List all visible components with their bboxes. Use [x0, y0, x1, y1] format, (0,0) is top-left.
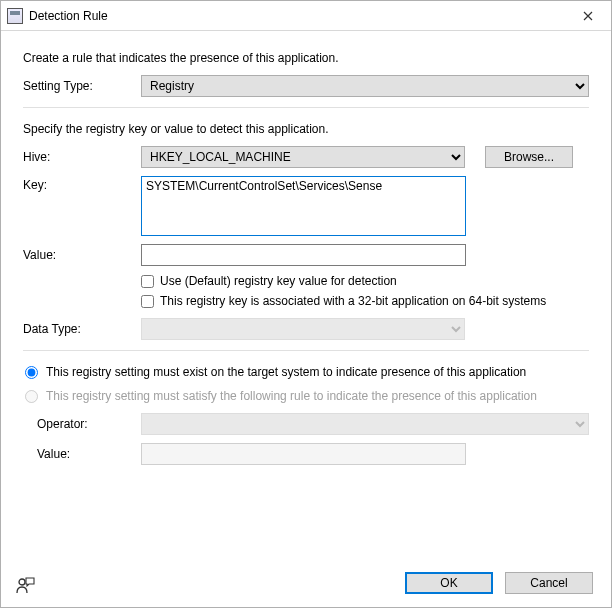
- footer: OK Cancel: [1, 559, 611, 607]
- hive-select[interactable]: HKEY_LOCAL_MACHINE: [141, 146, 465, 168]
- rule-value-input: [141, 443, 466, 465]
- operator-label: Operator:: [37, 417, 141, 431]
- close-icon: [583, 11, 593, 21]
- separator-1: [23, 107, 589, 108]
- data-type-label: Data Type:: [23, 322, 141, 336]
- use-default-label: Use (Default) registry key value for det…: [160, 274, 397, 288]
- app-icon: [7, 8, 23, 24]
- intro-text: Create a rule that indicates the presenc…: [23, 51, 589, 65]
- data-type-select: [141, 318, 465, 340]
- 32bit-checkbox[interactable]: [141, 295, 154, 308]
- separator-2: [23, 350, 589, 351]
- window-title: Detection Rule: [29, 9, 565, 23]
- value-label: Value:: [23, 248, 141, 262]
- hive-label: Hive:: [23, 150, 141, 164]
- radio-must-exist[interactable]: [25, 366, 38, 379]
- instruction-text: Specify the registry key or value to det…: [23, 122, 589, 136]
- browse-button[interactable]: Browse...: [485, 146, 573, 168]
- setting-type-label: Setting Type:: [23, 79, 141, 93]
- person-chat-icon[interactable]: [15, 575, 35, 595]
- close-button[interactable]: [565, 1, 611, 31]
- value-input[interactable]: [141, 244, 466, 266]
- use-default-checkbox[interactable]: [141, 275, 154, 288]
- 32bit-label: This registry key is associated with a 3…: [160, 294, 546, 308]
- radio-must-satisfy: [25, 390, 38, 403]
- radio-must-satisfy-label: This registry setting must satisfy the f…: [46, 389, 537, 403]
- setting-type-select[interactable]: Registry: [141, 75, 589, 97]
- ok-button[interactable]: OK: [405, 572, 493, 594]
- rule-value-label: Value:: [37, 447, 141, 461]
- titlebar: Detection Rule: [1, 1, 611, 31]
- key-input[interactable]: SYSTEM\CurrentControlSet\Services\Sense: [141, 176, 466, 236]
- key-label: Key:: [23, 176, 141, 192]
- radio-must-exist-label: This registry setting must exist on the …: [46, 365, 526, 379]
- svg-point-0: [19, 579, 25, 585]
- cancel-button[interactable]: Cancel: [505, 572, 593, 594]
- operator-select: [141, 413, 589, 435]
